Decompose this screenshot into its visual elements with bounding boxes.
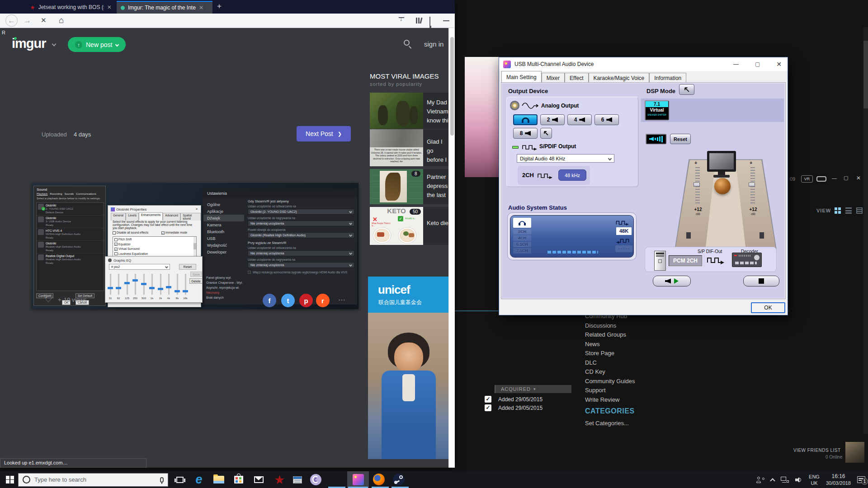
steam-menu-write-review[interactable]: Write Review — [585, 396, 619, 403]
new-tab-button[interactable]: + — [217, 2, 222, 11]
eq-slider[interactable] — [168, 274, 170, 295]
vr-playback-select[interactable]: Głośniki (2- YOUNG DSD UAC2) — [248, 209, 354, 215]
back-button[interactable]: ← — [5, 14, 18, 27]
viral-item-1[interactable]: My DadVietnamknow thi — [370, 93, 448, 129]
imgur-logo[interactable]: imgur — [12, 36, 46, 51]
speakers-6-button[interactable]: 6 — [594, 114, 619, 125]
device-item[interactable]: GłośnikiRealtek High Definition AudioRea… — [37, 241, 104, 253]
tab-enhancements[interactable]: Enhancements — [139, 212, 163, 220]
mail-icon[interactable] — [252, 474, 265, 486]
effect-item[interactable]: Pitch Shift — [114, 237, 195, 242]
eq-slider[interactable] — [160, 274, 161, 295]
forward-button[interactable]: → — [24, 17, 31, 24]
menu-deweloper[interactable]: Deweloper — [203, 249, 244, 255]
tab-communications[interactable]: Communications — [76, 192, 96, 195]
effect-item[interactable]: Loudness Equalization — [114, 252, 195, 257]
dsp-tool-button[interactable] — [679, 84, 694, 95]
share-reddit-button[interactable]: r — [316, 294, 330, 307]
tab-playback[interactable]: Playback — [37, 192, 47, 195]
tab-information[interactable]: Information — [649, 73, 686, 83]
tray-chevron-icon[interactable] — [770, 478, 775, 483]
usb-audio-app-icon[interactable] — [352, 473, 364, 486]
tab-karaoke[interactable]: Karaoke/Magic Voice — [589, 73, 650, 83]
vr-minimize-button[interactable]: — — [832, 175, 837, 181]
speaker-tool-button[interactable] — [540, 128, 552, 139]
right-level-handle[interactable] — [749, 183, 755, 187]
volume-icon[interactable] — [795, 477, 802, 483]
action-center-icon[interactable]: 1 — [857, 476, 865, 483]
eq-slider[interactable] — [127, 274, 128, 295]
list-view-icon[interactable] — [845, 207, 852, 214]
program-window-icon[interactable] — [291, 474, 304, 486]
speakers-4-button[interactable]: 4 — [567, 114, 592, 125]
steam-icon[interactable] — [392, 473, 405, 486]
menu-wydajnosc[interactable]: Wydajność — [203, 242, 244, 249]
vr-exit-playback-select[interactable]: Nie zmieniaj urządzenia — [248, 250, 354, 256]
bittorrent-icon[interactable] — [309, 474, 322, 486]
speakers-8-button[interactable]: 8 — [513, 128, 538, 139]
effect-item[interactable]: ✓ Virtual Surround — [114, 247, 195, 252]
pinned-star-icon[interactable]: ★ — [273, 474, 286, 486]
detail-view-icon[interactable] — [856, 207, 863, 214]
steam-menu-store-page[interactable]: Store Page — [585, 350, 614, 357]
taskbar-search[interactable]: Type here to search — [18, 473, 168, 487]
eq-preset-select[interactable]: # pio2 — [109, 264, 170, 270]
tab-levels[interactable]: Levels — [126, 213, 139, 221]
tab-recording[interactable]: Recording — [50, 192, 62, 195]
tab-imgur[interactable]: Imgur: The magic of the Interne ✕ — [117, 1, 212, 14]
viral-item-4[interactable]: KETO ✕ ✓ What People Think it is... Actu… — [370, 207, 448, 245]
language-indicator[interactable]: ENGUK — [809, 474, 820, 486]
virtual-71-badge[interactable]: 7.1 Virtual SPEAKER SHIFTER — [645, 100, 669, 120]
ok-button[interactable]: OK — [751, 302, 785, 313]
stop-button[interactable]: ✕ — [41, 17, 47, 23]
device-item[interactable]: ✓ Głośniki2- YOUNG DSD UAC2Default Devic… — [37, 203, 104, 216]
left-level-handle[interactable] — [693, 183, 700, 187]
share-twitter-button[interactable]: t — [281, 294, 295, 307]
disable-effects-checkbox[interactable]: Disable all sound effects — [113, 231, 148, 235]
device-item[interactable]: Realtek Digital OutputRealtek High Defin… — [37, 253, 104, 266]
headphone-mode-button[interactable] — [513, 114, 538, 125]
unicef-ad[interactable]: unicef 联合国儿童基金会 — [368, 277, 448, 459]
browser-scrollbar[interactable] — [448, 28, 455, 468]
effect-item[interactable]: ✓ Equalizer — [114, 242, 195, 247]
menu-dzwiek[interactable]: Dźwięk — [203, 215, 244, 221]
acquired-column-header[interactable]: ACQUIRED ▾ — [495, 385, 571, 393]
hdmi-reduction-checkbox[interactable] — [248, 271, 251, 274]
clock[interactable]: 16:1630/03/2018 — [826, 473, 851, 487]
stop-test-button[interactable] — [743, 276, 779, 286]
acquired-checkbox-1[interactable]: ✓ — [485, 396, 491, 403]
home-button[interactable]: ⌂ — [59, 16, 64, 24]
device-item[interactable]: HTC-VIVE-4NVIDIA High Definition AudioRe… — [37, 228, 104, 241]
next-post-button[interactable]: Next Post ❯ — [297, 126, 351, 141]
mic-icon[interactable] — [160, 477, 164, 483]
vr-close-button[interactable]: ✕ — [856, 175, 861, 181]
grid-view-icon[interactable] — [835, 207, 841, 214]
acquired-row-2[interactable]: Added 29/05/2015 — [498, 405, 542, 411]
vr-mirror-select[interactable]: Głośniki (Realtek High Definition Audio) — [248, 232, 354, 238]
device-item[interactable]: Głośniki3- USB Audio DeviceReady — [37, 216, 104, 228]
logo-chevron-icon[interactable] — [52, 42, 57, 47]
rate-48khz-button[interactable]: 48 kHz — [558, 169, 586, 181]
tab-close-icon[interactable]: ✕ — [199, 5, 203, 11]
usb-minimize-button[interactable]: — — [733, 61, 739, 67]
vr-record-select[interactable]: Nie zmieniaj urządzenia — [248, 221, 354, 226]
firefox-icon[interactable] — [373, 473, 385, 486]
share-more-icon[interactable]: ⋯ — [338, 296, 346, 304]
store-icon[interactable] — [232, 474, 245, 486]
favorite-heart-icon[interactable]: ♡ — [43, 292, 53, 305]
immediate-mode-checkbox[interactable]: ✓ Immediate mode — [161, 231, 187, 235]
task-view-button[interactable] — [174, 474, 186, 486]
steam-menu-dlc[interactable]: DLC — [585, 359, 597, 366]
post-image[interactable]: Sound Playback Recording Sounds Communic… — [32, 183, 359, 309]
steam-menu-support[interactable]: Support — [585, 387, 606, 394]
listbox-scrollbar[interactable] — [193, 237, 196, 257]
eq-delete-button[interactable]: Delete — [189, 278, 203, 284]
spdif-format-select[interactable]: Digital Audio 48 KHz — [517, 154, 614, 163]
listener-sphere[interactable] — [714, 178, 731, 194]
tab-main-setting[interactable]: Main Setting — [501, 71, 542, 82]
steam-menu-discussions[interactable]: Discussions — [585, 322, 616, 329]
sign-in-link[interactable]: sign in — [424, 40, 443, 48]
menu-usb[interactable]: USB — [203, 235, 244, 242]
tab-effect[interactable]: Effect — [565, 73, 588, 83]
usb-title-bar[interactable]: USB Multi-Channel Audio Device — ▢ ✕ — [499, 57, 788, 71]
